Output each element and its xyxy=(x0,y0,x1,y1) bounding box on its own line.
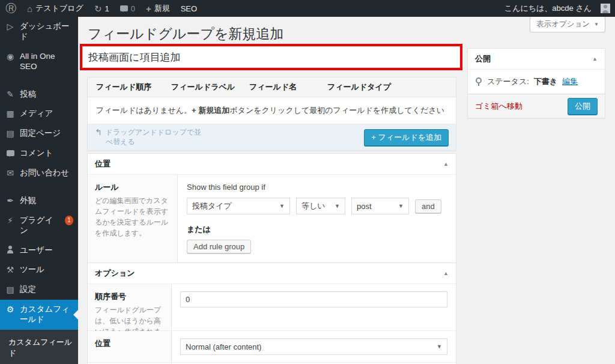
sidebar-item-tools[interactable]: ⚒ ツール xyxy=(0,260,78,280)
publish-box-header[interactable]: 公開 ▲ xyxy=(468,49,605,70)
publish-box: 公開 ▲ ステータス: 下書き 編集 ゴミ箱へ移動 公開 xyxy=(467,48,605,118)
account-menu[interactable]: こんにちは、abcde さん xyxy=(499,0,597,17)
no-fields-text: フィールドはありません。 xyxy=(96,106,192,115)
position-select[interactable]: Normal (after content) ▼ xyxy=(180,338,447,355)
chevron-down-icon: ▼ xyxy=(594,22,599,27)
screen-options-label: 表示オプション xyxy=(536,19,590,29)
sidebar-item-custom-fields[interactable]: ⚙ カスタムフィールド xyxy=(0,300,78,330)
sidebar-item-label: 設定 xyxy=(20,285,36,295)
comment-icon xyxy=(5,148,15,159)
wordpress-icon: Ⓡ xyxy=(5,3,16,14)
comments-link[interactable]: 0 xyxy=(115,0,141,17)
update-count: 1 xyxy=(105,4,109,13)
move-to-trash-link[interactable]: ゴミ箱へ移動 xyxy=(475,101,523,112)
sidebar-item-comments[interactable]: コメント xyxy=(0,144,78,163)
fields-table-box: フィールド順序 フィールドラベル フィールド名 フィールドタイプ フィールドはあ… xyxy=(87,77,456,151)
add-rule-group-button[interactable]: Add rule group xyxy=(187,240,251,253)
select-arrow-icon: ▼ xyxy=(335,203,340,209)
gear-icon: ⚙ xyxy=(5,305,15,315)
fields-table-header: フィールド順序 フィールドラベル フィールド名 フィールドタイプ xyxy=(88,77,456,97)
condition-heading: Show this field group if xyxy=(187,183,447,192)
sidebar-item-label: カスタムフィールド xyxy=(20,305,73,325)
select-arrow-icon: ▼ xyxy=(279,203,285,209)
admin-bar: Ⓡ ⌂ テストブログ ↻ 1 0 + 新規 SEO こんにちは、abcde さん xyxy=(0,0,615,17)
seo-menu-link[interactable]: SEO xyxy=(175,0,202,17)
sidebar-item-all-in-one-seo[interactable]: ◉ All in One SEO xyxy=(0,47,78,77)
rule-value-select[interactable]: post ▼ xyxy=(351,198,409,214)
edit-status-link[interactable]: 編集 xyxy=(562,76,578,87)
rule-value-value: post xyxy=(357,202,372,211)
location-box-title: 位置 xyxy=(95,159,111,169)
sidebar-item-pages[interactable]: ▤ 固定ページ xyxy=(0,124,78,144)
submenu-item-custom-fields[interactable]: カスタムフィールド xyxy=(0,334,78,362)
sidebar-item-label: All in One SEO xyxy=(20,52,73,72)
rules-description: どの編集画面でカスタムフィールドを表示するかを決定するルールを作成します。 xyxy=(95,195,170,238)
add-field-button[interactable]: + フィールドを追加 xyxy=(364,129,449,146)
sidebar-item-media[interactable]: ▦ メディア xyxy=(0,104,78,124)
main-content: フィールドグループを新規追加 表示オプション ▼ フィールド順序 フィールドラベ… xyxy=(78,17,615,364)
sidebar-item-label: 外観 xyxy=(20,196,36,206)
or-label: または xyxy=(187,224,447,235)
user-avatar[interactable] xyxy=(601,4,610,13)
seo-label: SEO xyxy=(181,4,197,13)
no-fields-text: ボタンをクリックして最初のフィールドを作成してください xyxy=(229,106,444,115)
order-number-input[interactable] xyxy=(180,291,447,308)
mail-icon: ✉ xyxy=(5,168,15,178)
sidebar-item-label: ツール xyxy=(20,265,44,275)
column-field-order: フィールド順序 xyxy=(96,82,171,93)
location-box-header[interactable]: 位置 ▲ xyxy=(88,154,456,175)
site-name-link[interactable]: ⌂ テストブログ xyxy=(22,0,89,17)
options-box-title: オプション xyxy=(95,268,135,279)
screen-options-button[interactable]: 表示オプション ▼ xyxy=(530,17,605,32)
new-label: 新規 xyxy=(154,3,170,14)
shield-icon: ◉ xyxy=(5,52,15,62)
publish-box-footer: ゴミ箱へ移動 公開 xyxy=(468,94,605,118)
updates-link[interactable]: ↻ 1 xyxy=(89,0,115,17)
drag-drop-hint-text: ドラッグアンドドロップで並べ替える xyxy=(106,128,206,147)
sidebar-item-posts[interactable]: ✎ 投稿 xyxy=(0,85,78,105)
plus-icon: + xyxy=(146,4,151,13)
column-field-type: フィールドタイプ xyxy=(327,82,456,93)
status-row: ステータス: 下書き 編集 xyxy=(468,70,605,94)
wrench-icon: ⚒ xyxy=(5,265,15,275)
admin-sidebar: ▷︎ ダッシュボード ◉ All in One SEO ✎ 投稿 ▦ メディア … xyxy=(0,17,78,364)
sidebar-item-contact[interactable]: ✉ お問い合わせ xyxy=(0,163,78,183)
drag-drop-hint: ↰ ドラッグアンドドロップで並べ替える xyxy=(95,128,206,147)
toggle-arrow-icon[interactable]: ▲ xyxy=(443,161,449,167)
sidebar-item-users[interactable]: ユーザー xyxy=(0,241,78,261)
sidebar-item-plugins[interactable]: ⚡ プラグイン 1 xyxy=(0,211,78,241)
rules-label: ルール xyxy=(95,182,170,193)
sidebar-item-settings[interactable]: ▤ 設定 xyxy=(0,280,78,300)
custom-fields-submenu: カスタムフィールド Export Add-ons xyxy=(0,330,78,364)
rule-operator-select[interactable]: 等しい ▼ xyxy=(296,198,345,214)
sidebar-item-dashboard[interactable]: ▷︎ ダッシュボード xyxy=(0,17,78,47)
wordpress-logo[interactable]: Ⓡ xyxy=(0,0,22,17)
sidebar-item-label: 投稿 xyxy=(20,89,36,100)
publish-button[interactable]: 公開 xyxy=(568,98,598,115)
status-pin-icon xyxy=(475,77,482,86)
order-number-label: 順序番号 xyxy=(95,291,164,302)
home-icon: ⌂ xyxy=(27,4,32,13)
and-rule-button[interactable]: and xyxy=(415,199,441,213)
pages-icon: ▤ xyxy=(5,129,15,139)
sidebar-item-appearance[interactable]: ✒ 外観 xyxy=(0,191,78,211)
comment-count: 0 xyxy=(131,4,135,13)
rule-param-select[interactable]: 投稿タイプ ▼ xyxy=(187,198,290,214)
column-field-name: フィールド名 xyxy=(249,82,327,93)
options-box-header[interactable]: オプション ▲ xyxy=(88,263,456,284)
annotation-highlight-box xyxy=(80,44,462,70)
update-icon: ↻ xyxy=(94,4,102,13)
toggle-arrow-icon[interactable]: ▲ xyxy=(592,56,598,62)
sidebar-item-label: メディア xyxy=(20,109,53,119)
submenu-item-export[interactable]: Export xyxy=(0,362,78,364)
sidebar-item-label: 固定ページ xyxy=(20,129,61,139)
order-label-column: 順序番号 フィールドグループは、低いほうから高いほうへ作成されます xyxy=(88,284,172,330)
field-group-title-input[interactable] xyxy=(82,46,460,68)
new-content-link[interactable]: + 新規 xyxy=(141,0,175,17)
curved-arrow-icon: ↰ xyxy=(95,128,102,136)
plugin-icon: ⚡ xyxy=(5,216,15,226)
sidebar-item-label: お問い合わせ xyxy=(20,168,69,178)
sidebar-item-label: ユーザー xyxy=(20,246,53,256)
options-box: オプション ▲ 順序番号 フィールドグループは、低いほうから高いほうへ作成されま… xyxy=(87,262,456,364)
toggle-arrow-icon[interactable]: ▲ xyxy=(443,270,449,276)
